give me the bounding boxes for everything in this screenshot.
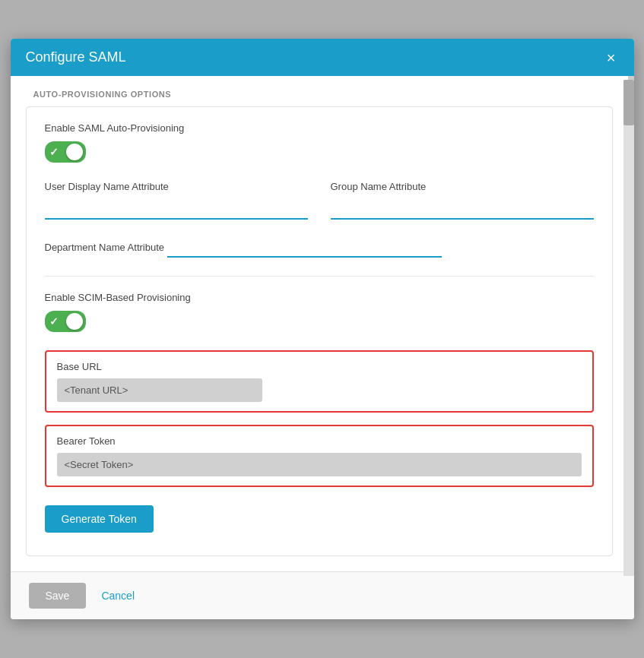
group-name-input[interactable] (331, 200, 594, 220)
base-url-input[interactable] (57, 378, 262, 402)
modal-header: Configure SAML × (11, 39, 634, 76)
divider (45, 276, 594, 277)
toggle-check-icon: ✓ (49, 147, 59, 157)
cancel-button[interactable]: Cancel (101, 590, 135, 602)
department-name-group: Department Name Attribute (45, 238, 594, 258)
scim-toggle-knob (66, 313, 83, 330)
bearer-token-input[interactable] (57, 453, 582, 476)
saml-toggle-wrapper: ✓ (45, 141, 594, 163)
scrollbar-track[interactable] (623, 80, 634, 576)
modal-footer: Save Cancel (11, 571, 634, 619)
user-display-name-input[interactable] (45, 200, 308, 220)
modal-body: AUTO-PROVISIONING OPTIONS Enable SAML Au… (11, 76, 634, 571)
group-name-group: Group Name Attribute (331, 181, 594, 220)
user-display-name-group: User Display Name Attribute (45, 181, 308, 220)
section-label-auto-provisioning: AUTO-PROVISIONING OPTIONS (11, 76, 628, 106)
enable-saml-label: Enable SAML Auto-Provisioning (45, 122, 594, 134)
field-row-display-group: User Display Name Attribute Group Name A… (45, 181, 594, 220)
scim-toggle-check-icon: ✓ (49, 316, 59, 327)
scim-toggle-wrapper: ✓ (45, 311, 594, 332)
base-url-field-container: Base URL (45, 350, 594, 413)
saml-auto-provisioning-toggle[interactable]: ✓ (45, 141, 86, 163)
department-name-input[interactable] (167, 238, 442, 258)
save-button[interactable]: Save (29, 583, 87, 609)
content-card: Enable SAML Auto-Provisioning ✓ User Dis… (26, 106, 613, 556)
generate-token-button[interactable]: Generate Token (45, 505, 154, 533)
scrollbar-thumb[interactable] (623, 80, 634, 125)
bearer-token-label: Bearer Token (57, 435, 582, 447)
department-name-label: Department Name Attribute (45, 242, 165, 253)
enable-scim-label: Enable SCIM-Based Provisioning (45, 292, 594, 303)
user-display-name-label: User Display Name Attribute (45, 181, 308, 192)
close-button[interactable]: × (604, 50, 619, 65)
bearer-token-field-container: Bearer Token (45, 425, 594, 487)
modal-title: Configure SAML (26, 49, 126, 65)
group-name-label: Group Name Attribute (331, 181, 594, 192)
toggle-knob (66, 144, 83, 160)
base-url-label: Base URL (57, 361, 582, 372)
scim-provisioning-toggle[interactable]: ✓ (45, 311, 86, 332)
